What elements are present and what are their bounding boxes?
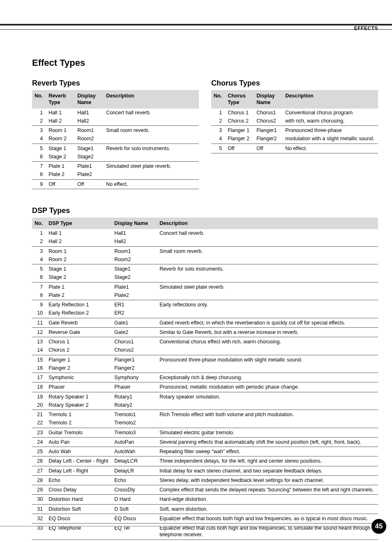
table-row: 3Room 1Room1Small room reverb. <box>32 246 378 255</box>
table-row: 2Hall 2Hall2 <box>32 237 378 246</box>
table-cell: 23 <box>32 428 46 437</box>
table-cell: Reverb for solo instruments. <box>104 144 199 153</box>
table-cell: 34 <box>32 540 46 542</box>
table-cell: DelayLCR <box>112 456 157 466</box>
table-cell: Hall 2 <box>46 117 75 126</box>
table-cell: 17 <box>32 373 46 382</box>
table-cell: Tremolo3 <box>112 428 157 437</box>
table-cell: Chorus1 <box>112 337 157 346</box>
table-cell: 15 <box>32 355 46 364</box>
table-row: 19Rotary Speaker 1Rotary1Rotary speaker … <box>32 392 378 401</box>
table-cell: 10 <box>32 309 46 318</box>
table-cell: Hall1 <box>75 109 104 117</box>
table-cell <box>157 346 378 355</box>
table-cell: Repeating filter sweep "wah" effect. <box>157 447 378 456</box>
table-cell: Auto Pan <box>46 437 112 447</box>
table-row: 1Hall 1Hall1Concert hall reverb. <box>32 229 378 237</box>
table-cell <box>157 364 378 373</box>
table-cell: Gated reverb effect, in which the reverb… <box>157 318 378 327</box>
table-cell: 1 <box>32 229 46 237</box>
table-row: 1Chorus 1Chorus1Conventional chorus prog… <box>211 109 378 117</box>
table-cell: 32 <box>32 514 46 523</box>
col-disp: Display Name <box>112 218 157 229</box>
table-cell: Hall2 <box>112 237 157 246</box>
table-cell: Delay Left - Right <box>46 466 112 475</box>
table-cell: Early Reflection 2 <box>46 309 112 318</box>
table-row: 28EchoEchoStereo delay, with independent… <box>32 475 378 485</box>
table-row: 31Distortion SoftD SoftSoft, warm distor… <box>32 504 378 514</box>
table-row: 17SymphonicSymphonyExceptionally rich & … <box>32 373 378 382</box>
table-cell: EQ Disco <box>46 514 112 523</box>
table-cell: Simulated steel plate reverb. <box>157 282 378 291</box>
table-cell: Off <box>75 179 104 189</box>
table-cell: Complex effect that sends the delayed re… <box>157 485 378 495</box>
table-cell: CrossDly <box>112 485 157 495</box>
table-cell: Pronounced, metallic modulation with per… <box>157 382 378 392</box>
chorus-title: Chorus Types <box>211 79 378 88</box>
table-cell: Echo <box>46 475 112 485</box>
page-title: Effect Types <box>32 58 378 68</box>
table-cell: 9 <box>32 300 46 309</box>
col-type: DSP Type <box>46 218 112 229</box>
table-cell <box>104 134 199 144</box>
table-cell: Exceptionally rich & deep chorusing. <box>157 373 378 382</box>
table-cell: Guitar Tremolo <box>46 428 112 437</box>
table-cell: ER2 <box>112 309 157 318</box>
table-row: 30Distortion HardD HardHard-edge distort… <box>32 495 378 504</box>
table-cell: Flanger 1 <box>225 126 254 135</box>
table-row: 15Flanger 1Flanger1Pronounced three-phas… <box>32 355 378 364</box>
table-cell: Chorus2 <box>254 117 283 126</box>
table-cell: 2 <box>32 117 46 126</box>
table-cell: Flanger 1 <box>46 355 112 364</box>
table-row: 32EQ DiscoEQ DiscoEqualizer effect that … <box>32 514 378 523</box>
table-cell: Tremolo1 <box>112 410 157 419</box>
table-cell: Plate 1 <box>46 282 112 291</box>
table-cell: Rotary speaker simulation. <box>157 392 378 401</box>
table-cell: Flanger2 <box>112 364 157 373</box>
table-cell: 14 <box>32 346 46 355</box>
table-cell <box>157 237 378 246</box>
table-row: 4Room 2Room2 <box>32 255 378 264</box>
table-row: 6Stage 2Stage2 <box>32 153 199 162</box>
table-cell: 1 <box>211 109 225 117</box>
table-row: 12Reverse GateGate2Similar to Gate Rever… <box>32 327 378 337</box>
table-cell: 27 <box>32 466 46 475</box>
table-cell: Concert hall reverb. <box>157 229 378 237</box>
table-row: 24Auto PanAutoPanSeveral panning effects… <box>32 437 378 447</box>
table-cell: D Hard <box>112 495 157 504</box>
table-cell: 8 <box>32 291 46 300</box>
table-cell: Room1 <box>75 126 104 135</box>
table-cell: Stage2 <box>112 273 157 282</box>
table-cell: 5 <box>211 144 225 153</box>
table-cell: Room 1 <box>46 126 75 135</box>
dsp-table: No. DSP Type Display Name Description 1H… <box>32 218 378 542</box>
table-cell: 2 <box>32 237 46 246</box>
table-row: 5OffOffNo effect. <box>211 144 378 153</box>
table-cell: Off <box>46 540 112 542</box>
table-cell: Chorus2 <box>112 346 157 355</box>
table-cell: Gate1 <box>112 318 157 327</box>
table-row: 23Guitar TremoloTremolo3Simulated electr… <box>32 428 378 437</box>
table-cell: modulation with a slight metallic sound. <box>283 134 378 144</box>
table-cell: Plate1 <box>112 282 157 291</box>
table-cell: Small room reverb. <box>104 126 199 135</box>
col-desc: Description <box>104 90 199 109</box>
table-cell: Room2 <box>75 134 104 144</box>
table-row: 9OffOffNo effect. <box>32 179 199 189</box>
table-cell: Room2 <box>112 255 157 264</box>
table-row: 29Cross DelayCrossDlyComplex effect that… <box>32 485 378 495</box>
table-cell: Early Reflection 1 <box>46 300 112 309</box>
table-cell: Pronounced three-phase modulation with s… <box>157 355 378 364</box>
table-cell: Chorus 2 <box>225 117 254 126</box>
table-cell: 4 <box>32 134 46 144</box>
table-cell: 4 <box>211 134 225 144</box>
table-cell: Stage1 <box>112 264 157 273</box>
table-cell: Symphonic <box>46 373 112 382</box>
table-cell: 24 <box>32 437 46 447</box>
table-cell <box>104 117 199 126</box>
table-cell: Flanger2 <box>254 134 283 144</box>
table-row: 20Rotary Speaker 2Rotary2 <box>32 401 378 410</box>
table-cell: Delay Left - Center - Right <box>46 456 112 466</box>
reverb-body: 1Hall 1Hall1Concert hall reverb.2Hall 2H… <box>32 109 199 189</box>
table-cell: Stage2 <box>75 153 104 162</box>
